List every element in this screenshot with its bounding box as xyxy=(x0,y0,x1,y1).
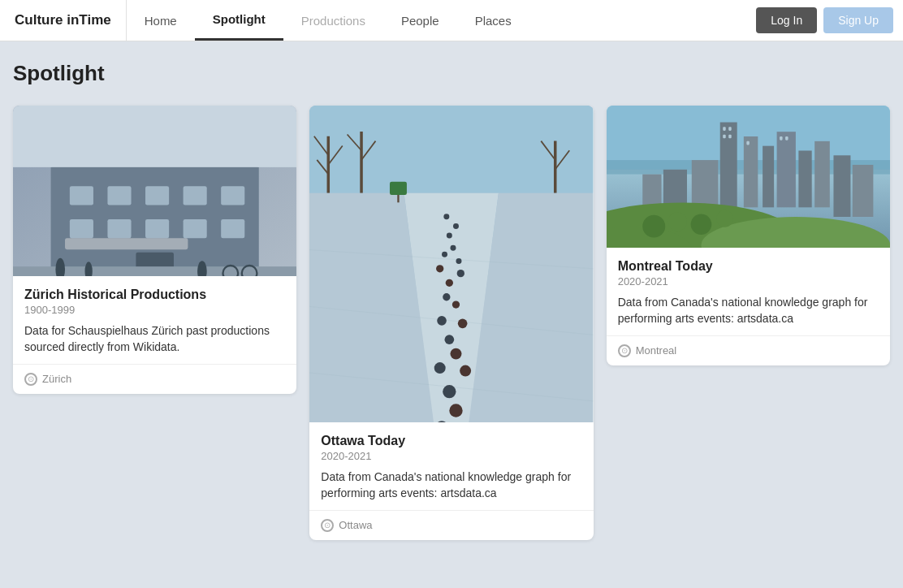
svg-rect-4 xyxy=(107,186,131,205)
svg-point-46 xyxy=(436,265,443,272)
svg-rect-14 xyxy=(13,106,296,167)
card-ottawa-location: Ottawa xyxy=(339,519,372,531)
svg-rect-86 xyxy=(728,135,731,139)
card-ottawa-image xyxy=(309,106,593,422)
svg-point-79 xyxy=(642,215,665,238)
location-icon-ottawa: ⊙ xyxy=(321,519,334,532)
svg-point-41 xyxy=(453,223,459,229)
svg-rect-85 xyxy=(723,135,725,139)
card-zurich-title: Zürich Historical Productions xyxy=(24,288,285,302)
svg-point-80 xyxy=(668,212,686,231)
card-zurich-subtitle: 1900-1999 xyxy=(24,304,285,316)
svg-point-53 xyxy=(445,335,455,344)
svg-point-56 xyxy=(460,365,471,377)
card-zurich-location: Zürich xyxy=(42,373,71,385)
page-content: Spotlight xyxy=(0,41,903,560)
svg-rect-9 xyxy=(107,219,131,238)
svg-rect-68 xyxy=(776,132,795,207)
nav-link-places[interactable]: Places xyxy=(457,0,529,41)
card-ottawa-title: Ottawa Today xyxy=(321,434,581,448)
card-montreal-location: Montreal xyxy=(636,344,677,357)
svg-rect-89 xyxy=(785,136,788,141)
svg-point-54 xyxy=(451,348,462,360)
svg-point-42 xyxy=(447,233,452,239)
svg-rect-60 xyxy=(390,182,407,195)
svg-point-51 xyxy=(438,316,447,326)
nav-link-spotlight[interactable]: Spotlight xyxy=(195,0,283,41)
svg-point-44 xyxy=(442,252,447,257)
card-ottawa-body: Ottawa Today 2020-2021 Data from Canada'… xyxy=(309,422,593,510)
card-montreal-desc: Data from Canada's national knowledge gr… xyxy=(618,294,879,327)
login-button[interactable]: Log In xyxy=(756,7,817,33)
svg-rect-10 xyxy=(145,219,169,238)
svg-rect-88 xyxy=(780,136,782,141)
location-icon-zurich: ⊙ xyxy=(24,373,37,386)
card-zurich-footer: ⊙ Zürich xyxy=(13,364,296,394)
svg-rect-15 xyxy=(65,238,188,249)
card-montreal-image xyxy=(607,106,890,248)
svg-rect-67 xyxy=(763,146,774,208)
svg-rect-6 xyxy=(184,186,207,205)
svg-rect-61 xyxy=(398,195,400,202)
nav-link-people[interactable]: People xyxy=(383,0,457,41)
card-zurich-image xyxy=(13,106,296,276)
card-ottawa-desc: Data from Canada's national knowledge gr… xyxy=(321,469,581,502)
card-montreal-title: Montreal Today xyxy=(618,259,879,274)
svg-point-50 xyxy=(452,300,460,308)
card-ottawa-footer: ⊙ Ottawa xyxy=(309,510,593,540)
location-icon-montreal: ⊙ xyxy=(618,344,631,357)
svg-rect-83 xyxy=(723,127,725,131)
svg-point-48 xyxy=(446,279,453,287)
svg-point-49 xyxy=(443,293,451,300)
svg-rect-7 xyxy=(221,186,244,205)
card-zurich[interactable]: Zürich Historical Productions 1900-1999 … xyxy=(13,106,296,394)
signup-button[interactable]: Sign Up xyxy=(823,7,893,33)
card-zurich-desc: Data for Schauspielhaus Zürich past prod… xyxy=(24,322,285,356)
nav-link-productions[interactable]: Productions xyxy=(283,0,383,41)
svg-rect-66 xyxy=(743,136,757,207)
svg-point-40 xyxy=(444,214,450,219)
svg-rect-69 xyxy=(798,150,811,207)
svg-rect-74 xyxy=(833,155,850,217)
svg-point-81 xyxy=(690,214,711,235)
svg-rect-75 xyxy=(852,165,873,217)
svg-rect-84 xyxy=(728,127,731,131)
svg-rect-23 xyxy=(309,106,593,193)
card-montreal[interactable]: Montreal Today 2020-2021 Data from Canad… xyxy=(607,106,890,365)
svg-point-58 xyxy=(450,404,463,417)
navbar: Culture inTime Home Spotlight Production… xyxy=(0,0,903,41)
brand-logo[interactable]: Culture inTime xyxy=(0,0,127,41)
svg-point-52 xyxy=(458,319,468,329)
card-ottawa[interactable]: Ottawa Today 2020-2021 Data from Canada'… xyxy=(309,106,593,540)
svg-rect-8 xyxy=(70,219,93,238)
svg-point-57 xyxy=(443,385,456,398)
svg-rect-3 xyxy=(70,186,93,205)
svg-point-47 xyxy=(457,270,464,277)
svg-rect-87 xyxy=(746,141,749,145)
page-title: Spotlight xyxy=(13,61,890,86)
nav-links: Home Spotlight Productions People Places xyxy=(127,0,529,41)
svg-rect-70 xyxy=(814,141,830,208)
nav-actions: Log In Sign Up xyxy=(746,7,903,33)
card-zurich-body: Zürich Historical Productions 1900-1999 … xyxy=(13,276,296,364)
svg-point-55 xyxy=(434,362,446,374)
card-ottawa-subtitle: 2020-2021 xyxy=(321,450,581,462)
cards-grid: Zürich Historical Productions 1900-1999 … xyxy=(13,106,890,540)
svg-rect-5 xyxy=(145,186,169,205)
svg-point-45 xyxy=(456,258,462,264)
card-montreal-subtitle: 2020-2021 xyxy=(618,275,879,288)
svg-rect-65 xyxy=(719,123,737,208)
card-montreal-body: Montreal Today 2020-2021 Data from Canad… xyxy=(607,248,890,335)
svg-rect-12 xyxy=(221,219,244,238)
svg-point-43 xyxy=(451,245,456,251)
svg-rect-11 xyxy=(184,219,207,238)
card-montreal-footer: ⊙ Montreal xyxy=(607,335,890,365)
svg-point-82 xyxy=(716,210,733,227)
nav-link-home[interactable]: Home xyxy=(127,0,195,41)
